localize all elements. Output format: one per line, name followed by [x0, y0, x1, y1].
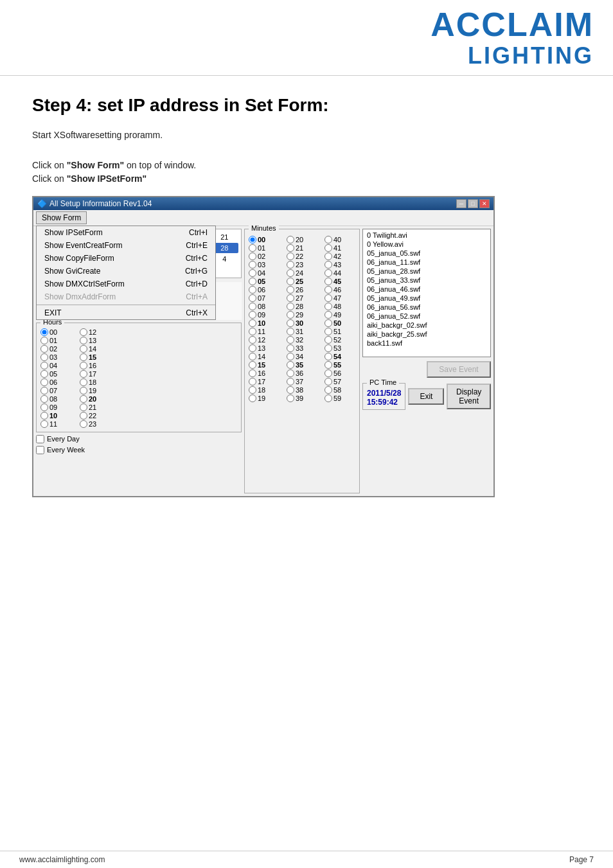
- list-item[interactable]: 05_janua_49.swf: [364, 294, 489, 303]
- hour-16[interactable]: 16: [80, 362, 118, 369]
- min-49[interactable]: 49: [324, 311, 362, 319]
- min-09[interactable]: 09: [249, 311, 286, 319]
- min-54[interactable]: 54: [324, 353, 362, 360]
- min-23[interactable]: 23: [287, 261, 324, 269]
- min-25[interactable]: 25: [287, 278, 324, 285]
- min-45[interactable]: 45: [324, 278, 362, 285]
- min-05[interactable]: 05: [249, 278, 286, 285]
- min-36[interactable]: 36: [287, 369, 324, 377]
- hour-12[interactable]: 12: [80, 328, 118, 336]
- list-item[interactable]: 0 Twilight.avi: [364, 231, 489, 240]
- min-17[interactable]: 17: [249, 378, 286, 385]
- min-08[interactable]: 08: [249, 303, 286, 310]
- save-event-button[interactable]: Save Event: [427, 361, 491, 378]
- min-12[interactable]: 12: [249, 336, 286, 344]
- hour-21[interactable]: 21: [80, 403, 118, 411]
- list-item[interactable]: aiki_backgr_02.swf: [364, 321, 489, 330]
- close-button[interactable]: ✕: [479, 199, 490, 208]
- min-20[interactable]: 20: [287, 236, 324, 244]
- list-item[interactable]: 0 Yellow.avi: [364, 240, 489, 249]
- min-37[interactable]: 37: [287, 378, 324, 385]
- min-58[interactable]: 58: [324, 386, 362, 394]
- min-46[interactable]: 46: [324, 286, 362, 294]
- min-55[interactable]: 55: [324, 361, 362, 369]
- hour-08[interactable]: 08: [40, 395, 79, 403]
- list-item[interactable]: back11.swf: [364, 339, 489, 348]
- min-30[interactable]: 30: [287, 319, 324, 327]
- hour-13[interactable]: 13: [80, 337, 118, 344]
- min-59[interactable]: 59: [324, 394, 362, 402]
- min-04[interactable]: 04: [249, 269, 286, 277]
- min-53[interactable]: 53: [324, 344, 362, 352]
- hour-06[interactable]: 06: [40, 378, 79, 386]
- hour-20[interactable]: 20: [80, 395, 118, 403]
- hour-02[interactable]: 02: [40, 345, 79, 353]
- min-03[interactable]: 03: [249, 261, 286, 269]
- list-item[interactable]: 06_janua_11.swf: [364, 258, 489, 267]
- min-42[interactable]: 42: [324, 252, 362, 260]
- min-06[interactable]: 06: [249, 286, 286, 294]
- min-26[interactable]: 26: [287, 286, 324, 294]
- hour-05[interactable]: 05: [40, 370, 79, 378]
- hour-14[interactable]: 14: [80, 345, 118, 353]
- min-39[interactable]: 39: [287, 394, 324, 402]
- hour-15[interactable]: 15: [80, 353, 118, 361]
- exit-button[interactable]: Exit: [408, 388, 444, 405]
- min-21[interactable]: 21: [287, 244, 324, 252]
- hour-23[interactable]: 23: [80, 420, 118, 428]
- min-35[interactable]: 35: [287, 361, 324, 369]
- min-57[interactable]: 57: [324, 378, 362, 385]
- show-form-menu-item[interactable]: Show Form: [36, 211, 87, 224]
- min-11[interactable]: 11: [249, 328, 286, 335]
- min-38[interactable]: 38: [287, 386, 324, 394]
- menu-show-eventcreatform[interactable]: Show EventCreatFormCtrl+E: [37, 239, 215, 252]
- min-01[interactable]: 01: [249, 244, 286, 252]
- every-day-checkbox[interactable]: [36, 435, 44, 443]
- min-22[interactable]: 22: [287, 252, 324, 260]
- hour-03[interactable]: 03: [40, 353, 79, 361]
- min-51[interactable]: 51: [324, 328, 362, 335]
- list-item[interactable]: 06_janua_56.swf: [364, 303, 489, 312]
- display-event-button[interactable]: Display Event: [447, 384, 491, 409]
- show-form-menu[interactable]: Show Form Show IPSetFormCtrl+I Show Even…: [36, 211, 491, 224]
- hour-19[interactable]: 19: [80, 387, 118, 394]
- min-43[interactable]: 43: [324, 261, 362, 269]
- min-18[interactable]: 18: [249, 386, 286, 394]
- menu-show-gvicreate[interactable]: Show GviCreateCtrl+G: [37, 265, 215, 278]
- min-00[interactable]: 00: [249, 236, 286, 244]
- menu-show-copyfileform[interactable]: Show CopyFileFormCtrl+C: [37, 252, 215, 265]
- file-list[interactable]: 0 Twilight.avi 0 Yellow.avi 05_janua_05.…: [362, 229, 491, 357]
- list-item[interactable]: 06_janua_52.swf: [364, 312, 489, 321]
- every-week-checkbox[interactable]: [36, 446, 44, 454]
- min-19[interactable]: 19: [249, 394, 286, 402]
- min-41[interactable]: 41: [324, 244, 362, 252]
- hour-01[interactable]: 01: [40, 337, 79, 344]
- hour-22[interactable]: 22: [80, 412, 118, 420]
- list-item[interactable]: 05_janua_33.swf: [364, 276, 489, 285]
- every-day-row[interactable]: Every Day: [36, 435, 242, 443]
- minimize-button[interactable]: ─: [456, 199, 466, 208]
- list-item[interactable]: 05_janua_28.swf: [364, 267, 489, 276]
- list-item[interactable]: 06_janua_46.swf: [364, 285, 489, 294]
- min-15[interactable]: 15: [249, 361, 286, 369]
- hour-17[interactable]: 17: [80, 370, 118, 378]
- min-27[interactable]: 27: [287, 294, 324, 302]
- list-item[interactable]: 05_janua_05.swf: [364, 249, 489, 258]
- menu-show-ipsetform[interactable]: Show IPSetFormCtrl+I: [37, 226, 215, 239]
- min-14[interactable]: 14: [249, 353, 286, 360]
- hour-09[interactable]: 09: [40, 403, 79, 411]
- hour-10[interactable]: 10: [40, 412, 79, 420]
- min-32[interactable]: 32: [287, 336, 324, 344]
- menu-show-dmxctrlsetform[interactable]: Show DMXCtrlSetFormCtrl+D: [37, 278, 215, 290]
- hour-04[interactable]: 04: [40, 362, 79, 369]
- min-48[interactable]: 48: [324, 303, 362, 310]
- hour-18[interactable]: 18: [80, 378, 118, 386]
- min-16[interactable]: 16: [249, 369, 286, 377]
- min-28[interactable]: 28: [287, 303, 324, 310]
- list-item[interactable]: aiki_backgr_25.swf: [364, 330, 489, 339]
- min-29[interactable]: 29: [287, 311, 324, 319]
- min-33[interactable]: 33: [287, 344, 324, 352]
- min-07[interactable]: 07: [249, 294, 286, 302]
- min-10[interactable]: 10: [249, 319, 286, 327]
- every-week-row[interactable]: Every Week: [36, 446, 242, 454]
